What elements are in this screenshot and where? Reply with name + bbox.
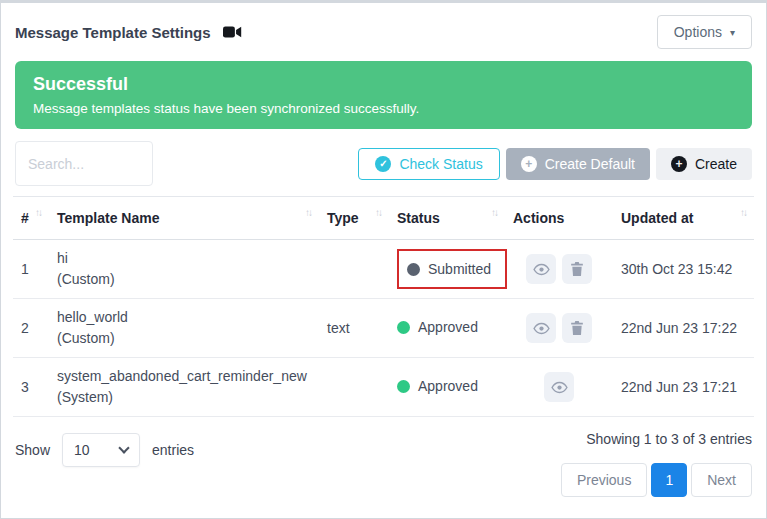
template-name-cell: hi (Custom) [49,240,319,299]
column-header-updated-at[interactable]: Updated at↑↓ [613,197,754,240]
template-variant: (Custom) [57,328,311,349]
column-header-template-name[interactable]: Template Name↑↓ [49,197,319,240]
options-button-label: Options [674,24,722,40]
template-name-cell: system_abandoned_cart_reminder_new (Syst… [49,358,319,417]
status-cell: Approved [389,299,505,358]
create-button[interactable]: + Create [656,148,752,180]
check-status-label: Check Status [399,156,482,172]
eye-icon [533,320,550,337]
plus-circle-icon: + [521,156,537,172]
view-button[interactable] [526,313,556,343]
status-label: Approved [418,319,478,335]
table-row: 1 hi (Custom) Submitted [13,240,754,299]
template-type: text [319,299,389,358]
delete-button[interactable] [562,313,592,343]
check-circle-icon: ✓ [375,156,391,172]
column-header-num[interactable]: #↑↓ [13,197,49,240]
footer-right: Showing 1 to 3 of 3 entries Previous 1 N… [561,429,752,497]
create-label: Create [695,156,737,172]
template-type [319,358,389,417]
table-footer: Show 10 entries Showing 1 to 3 of 3 entr… [13,429,754,497]
previous-page-button[interactable]: Previous [561,463,647,497]
showing-entries-text: Showing 1 to 3 of 3 entries [586,431,752,447]
sort-icon: ↑↓ [35,207,41,218]
table-row: 3 system_abandoned_cart_reminder_new (Sy… [13,358,754,417]
sort-icon: ↑↓ [375,207,381,218]
view-button[interactable] [526,254,556,284]
eye-icon [551,379,568,396]
column-header-type-label: Type [327,210,359,226]
template-variant: (Custom) [57,269,311,290]
actions-cell [505,299,613,358]
row-number: 2 [13,299,49,358]
video-camera-icon [223,25,242,39]
top-bar: Message Template Settings Options ▾ [13,3,754,59]
template-name: system_abandoned_cart_reminder_new [57,366,311,387]
page-size-select[interactable]: 10 [62,433,140,467]
column-header-num-label: # [21,210,29,226]
column-header-type[interactable]: Type↑↓ [319,197,389,240]
sort-icon: ↑↓ [305,207,311,218]
caret-down-icon: ▾ [730,27,735,38]
search-input[interactable] [15,141,153,186]
table-row: 2 hello_world (Custom) text Approved [13,299,754,358]
create-default-button[interactable]: + Create Default [506,148,650,180]
updated-at: 22nd Jun 23 17:21 [613,358,754,417]
delete-button[interactable] [562,254,592,284]
pagination: Previous 1 Next [561,463,752,497]
options-button[interactable]: Options ▾ [657,15,752,49]
next-page-button[interactable]: Next [691,463,752,497]
column-header-updated-at-label: Updated at [621,210,693,226]
create-default-label: Create Default [545,156,635,172]
template-name-cell: hello_world (Custom) [49,299,319,358]
template-name: hi [57,248,311,269]
sort-icon: ↑↓ [740,207,746,218]
alert-title: Successful [33,74,734,95]
status-pill: Approved [397,378,478,394]
row-number: 1 [13,240,49,299]
column-header-actions-label: Actions [513,210,564,226]
entries-label: entries [152,442,194,458]
plus-circle-icon: + [671,156,687,172]
trash-icon [570,261,584,277]
message-template-settings-page: Message Template Settings Options ▾ Succ… [0,0,767,519]
status-pill: Approved [397,319,478,335]
template-variant: (System) [57,387,311,408]
eye-icon [533,261,550,278]
column-header-status-label: Status [397,210,440,226]
template-name: hello_world [57,307,311,328]
column-header-status[interactable]: Status↑↓ [389,197,505,240]
templates-table: #↑↓ Template Name↑↓ Type↑↓ Status↑↓ Acti… [13,196,754,417]
status-dot-icon [397,380,410,393]
column-header-template-name-label: Template Name [57,210,159,226]
page-title: Message Template Settings [15,24,242,41]
template-type [319,240,389,299]
updated-at: 22nd Jun 23 17:22 [613,299,754,358]
updated-at: 30th Oct 23 15:42 [613,240,754,299]
page-1-button[interactable]: 1 [651,463,687,497]
actions-cell [505,240,613,299]
table-header-row: #↑↓ Template Name↑↓ Type↑↓ Status↑↓ Acti… [13,197,754,240]
column-header-actions: Actions [505,197,613,240]
status-cell: Approved [389,358,505,417]
check-status-button[interactable]: ✓ Check Status [358,148,499,180]
status-cell: Submitted [389,240,505,299]
toolbar-buttons: ✓ Check Status + Create Default + Create [358,148,752,180]
actions-cell [505,358,613,417]
sort-icon: ↑↓ [491,207,497,218]
alert-message: Message templates status have been synch… [33,101,734,116]
chevron-down-icon [118,442,129,453]
status-label: Approved [418,378,478,394]
status-dot-icon [397,321,410,334]
status-label: Submitted [428,261,491,277]
page-size-value: 10 [74,442,90,458]
page-size-control: Show 10 entries [15,433,194,467]
toolbar: ✓ Check Status + Create Default + Create [15,141,752,186]
page-title-text: Message Template Settings [15,24,211,41]
view-button[interactable] [544,372,574,402]
row-number: 3 [13,358,49,417]
status-dot-icon [407,263,420,276]
success-alert: Successful Message templates status have… [15,61,752,129]
trash-icon [570,320,584,336]
status-highlight-box: Submitted [397,249,507,289]
